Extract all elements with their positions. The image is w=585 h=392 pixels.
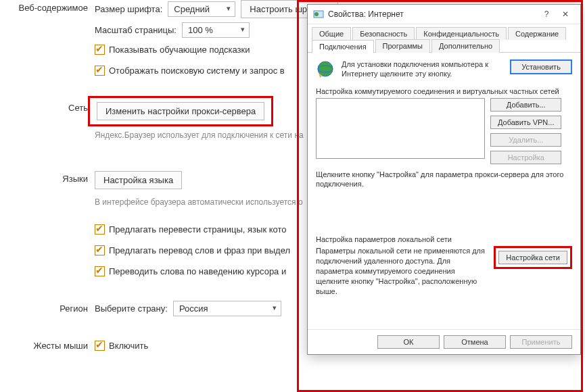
tab-content[interactable]: Содержание <box>508 27 566 40</box>
language-note: В интерфейсе браузера автоматически испо… <box>95 197 303 207</box>
tab-general[interactable]: Общие <box>312 27 351 40</box>
enable-gestures-checkbox[interactable] <box>95 341 105 351</box>
dialup-group-label: Настройка коммутируемого соединения и ви… <box>316 87 572 95</box>
proxy-hint-text: Щелкните кнопку "Настройка" для параметр… <box>316 170 572 190</box>
inet-options-icon <box>313 9 324 20</box>
section-network: Сеть <box>0 100 95 113</box>
language-settings-button[interactable]: Настройка языка <box>95 171 182 189</box>
connections-listbox[interactable] <box>316 98 485 159</box>
lan-text: Параметры локальной сети не применяются … <box>316 246 487 296</box>
tab-advanced[interactable]: Дополнительно <box>431 39 500 53</box>
lan-group-label: Настройка параметров локальной сети <box>316 235 572 243</box>
tab-programs[interactable]: Программы <box>375 39 430 53</box>
section-languages: Языки <box>0 171 95 184</box>
translate-words-checkbox[interactable] <box>95 245 105 255</box>
cancel-button[interactable]: Отмена <box>444 335 506 349</box>
tab-security[interactable]: Безопасность <box>352 27 415 40</box>
translate-pages-checkbox[interactable] <box>95 224 105 235</box>
internet-properties-dialog: Свойства: Интернет ? ✕ Общие Безопасност… <box>307 4 581 355</box>
dialog-title: Свойства: Интернет <box>328 9 537 19</box>
section-mouse-gestures: Жесты мыши <box>0 338 95 351</box>
tab-connections[interactable]: Подключения <box>312 40 374 53</box>
help-button[interactable]: ? <box>537 9 556 19</box>
add-connection-button[interactable]: Добавить... <box>490 98 561 112</box>
close-button[interactable]: ✕ <box>556 9 575 19</box>
svg-point-1 <box>314 12 319 16</box>
proxy-settings-button[interactable]: Изменить настройки прокси-сервера <box>97 102 264 120</box>
font-size-label: Размер шрифта: <box>95 4 162 14</box>
ok-button[interactable]: ОК <box>377 335 440 349</box>
country-label: Выберите страну: <box>95 303 168 314</box>
section-web-content: Веб-содержимое <box>0 0 95 13</box>
hover-translate-label: Переводить слова по наведению курсора и <box>109 266 286 276</box>
delete-connection-button[interactable]: Удалить... <box>490 133 561 147</box>
show-search-checkbox[interactable] <box>95 66 105 76</box>
apply-button[interactable]: Применить <box>510 335 572 349</box>
show-hints-label: Показывать обучающие подсказки <box>109 45 250 55</box>
font-size-select[interactable]: Средний <box>168 1 235 17</box>
hover-translate-checkbox[interactable] <box>95 266 105 276</box>
proxy-note: Яндекс.Браузер использует для подключени… <box>95 130 304 140</box>
section-region: Регион <box>0 301 95 314</box>
zoom-select[interactable]: 100 % <box>182 22 250 38</box>
enable-gestures-label: Включить <box>109 341 148 351</box>
translate-words-label: Предлагать перевод слов и фраз при выдел <box>109 245 290 255</box>
tab-privacy[interactable]: Конфиденциальность <box>416 27 507 40</box>
install-text: Для установки подключения компьютера к И… <box>342 59 503 79</box>
zoom-label: Масштаб страницы: <box>95 25 177 35</box>
show-search-label: Отображать поисковую систему и запрос в <box>109 66 285 76</box>
globe-icon <box>316 59 335 78</box>
connection-settings-button[interactable]: Настройка <box>490 151 561 164</box>
country-select[interactable]: Россия <box>173 301 281 316</box>
show-hints-checkbox[interactable] <box>95 45 105 55</box>
install-button[interactable]: Установить <box>510 59 572 74</box>
add-vpn-button[interactable]: Добавить VPN... <box>490 116 561 129</box>
translate-pages-label: Предлагать перевести страницы, язык кото <box>109 224 287 235</box>
lan-settings-button[interactable]: Настройка сети <box>498 251 567 264</box>
